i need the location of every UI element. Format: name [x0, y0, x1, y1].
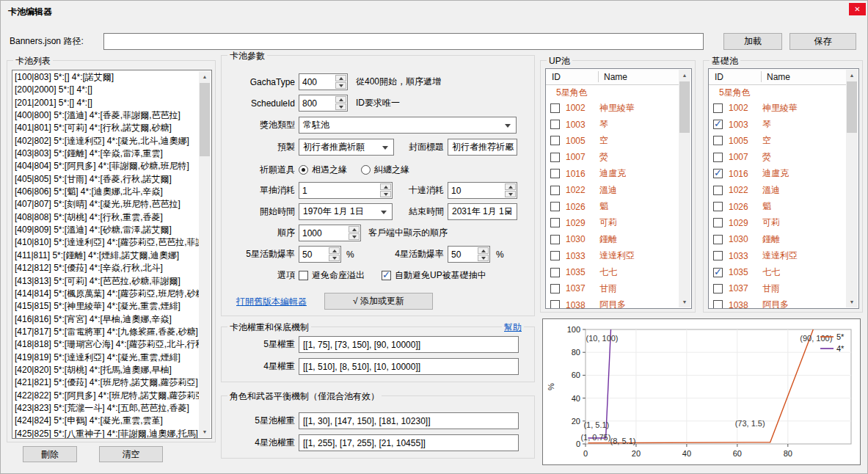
table-row[interactable]: 1026魈: [546, 198, 679, 214]
table-row[interactable]: 1035七七: [546, 264, 679, 280]
table-row[interactable]: 1005空: [546, 133, 679, 149]
scroll-up-icon[interactable]: ▲: [199, 71, 211, 82]
list-item[interactable]: [412|812] 5*:[優菈] 4*:[辛焱,行秋,北斗]: [12, 262, 199, 274]
list-item[interactable]: [403|803] 5*:[鍾離] 4*:[辛焱,雷澤,重雲]: [12, 147, 199, 160]
list-item[interactable]: [411|811] 5*:[鍾離] 4*:[煙緋,諾艾爾,迪奧娜]: [12, 249, 199, 262]
row-checkbox[interactable]: [713, 120, 723, 129]
scroll-thumb[interactable]: [847, 81, 857, 133]
row-checkbox[interactable]: [713, 300, 723, 308]
row-checkbox[interactable]: [713, 268, 723, 277]
scroll-down-icon[interactable]: ▼: [199, 426, 211, 437]
row-checkbox[interactable]: [550, 251, 560, 260]
row-checkbox[interactable]: [550, 153, 560, 162]
cover-title-combobox[interactable]: 初行者推荐祈愿: [448, 139, 517, 156]
list-item[interactable]: [417|817] 5*:[雷電將軍] 4*:[九條裟羅,香菱,砂糖]: [12, 326, 199, 338]
base-pool-table[interactable]: IDName5星角色1002神里綾華1003琴1005空1007熒1016迪盧克…: [708, 68, 859, 309]
column-header-id[interactable]: ID: [715, 72, 723, 82]
list-item[interactable]: [419|819] 5*:[達達利亞] 4*:[凝光,重雲,煙緋]: [12, 351, 199, 364]
table-row[interactable]: 1037甘雨: [709, 280, 846, 296]
save-button[interactable]: 保存: [789, 33, 856, 50]
row-checkbox[interactable]: [713, 136, 723, 145]
row-checkbox[interactable]: [550, 103, 560, 113]
scroll-up-icon[interactable]: ▲: [846, 70, 858, 81]
row-checkbox[interactable]: [550, 235, 560, 244]
list-item[interactable]: [405|805] 5*:[甘雨] 4*:[香菱,行秋,諾艾爾]: [12, 173, 199, 186]
list-item[interactable]: [416|816] 5*:[宵宮] 4*:[早柚,迪奧娜,辛焱]: [12, 313, 199, 326]
rate5-spinner[interactable]: 50: [299, 246, 341, 263]
row-checkbox[interactable]: [713, 284, 723, 293]
table-row[interactable]: 1038阿貝多: [546, 297, 679, 308]
table-row[interactable]: 1022溫迪: [546, 182, 679, 198]
column-header-id[interactable]: ID: [552, 72, 561, 82]
row-checkbox[interactable]: [550, 218, 560, 227]
spinner-arrows-icon[interactable]: [505, 183, 517, 198]
list-item[interactable]: [415|815] 5*:[神里綾華] 4*:[凝光,重雲,煙緋]: [12, 300, 199, 313]
delete-button[interactable]: 刪除: [23, 446, 77, 462]
row-checkbox[interactable]: [550, 169, 560, 178]
table-row[interactable]: 1003琴: [546, 116, 679, 132]
pool-list-scrollbar[interactable]: ▲ ▼: [199, 71, 211, 437]
table-row[interactable]: 1002神里綾華: [546, 100, 679, 116]
row-checkbox[interactable]: [550, 136, 560, 145]
table-row[interactable]: 1002神里綾華: [709, 100, 846, 116]
row-checkbox[interactable]: [713, 153, 723, 162]
table-row[interactable]: 1030鍾離: [709, 231, 846, 247]
pooltype-combobox[interactable]: 常駐池: [299, 117, 517, 134]
list-item[interactable]: [407|807] 5*:[刻晴] 4*:[凝光,班尼特,芭芭拉]: [12, 198, 199, 211]
table-row[interactable]: 1037甘雨: [546, 280, 679, 296]
table-row[interactable]: 1033達達利亞: [709, 248, 846, 264]
table-row[interactable]: 1035七七: [709, 264, 846, 280]
end-time-picker[interactable]: 2031年 1月 1日: [448, 203, 517, 220]
scheduleid-spinner[interactable]: 800: [299, 95, 348, 112]
base-pool-scrollbar[interactable]: ▲ ▼: [846, 70, 858, 307]
row-checkbox[interactable]: [713, 169, 723, 178]
spinner-arrows-icon[interactable]: [329, 247, 340, 262]
load-button[interactable]: 加載: [723, 33, 782, 50]
radio-intertwined-fate[interactable]: 糾纏之緣: [361, 164, 409, 175]
scroll-down-icon[interactable]: ▼: [846, 296, 858, 307]
list-item[interactable]: [402|802] 5*:[達達利亞] 4*:[凝光,北斗,迪奧娜]: [12, 135, 199, 147]
table-row[interactable]: 1026魈: [709, 198, 846, 214]
table-row[interactable]: 1007熒: [546, 149, 679, 165]
table-row[interactable]: 1003琴: [709, 116, 846, 132]
path-input[interactable]: [103, 33, 704, 50]
row-checkbox[interactable]: [550, 284, 560, 293]
column-header-name[interactable]: Name: [604, 72, 627, 82]
row-checkbox[interactable]: [550, 202, 560, 211]
weight5-input[interactable]: [[1, 75], [73, 150], [90, 10000]]: [299, 336, 519, 353]
weight4-input[interactable]: [[1, 510], [8, 510], [10, 10000]]: [299, 358, 519, 375]
add-or-update-button[interactable]: √ 添加或更新: [324, 293, 433, 310]
up-pool-table[interactable]: IDName5星角色1002神里綾華1003琴1005空1007熒1016迪盧克…: [545, 68, 692, 309]
list-item[interactable]: [425|825] 5*:[八重神子] 4*:[菲謝爾,迪奧娜,托馬]: [12, 428, 199, 438]
list-item[interactable]: [410|810] 5*:[達達利亞] 4*:[蘿莎莉亞,芭芭拉,菲謝爾]: [12, 236, 199, 249]
row-checkbox[interactable]: [713, 186, 723, 195]
gachatype-spinner[interactable]: 400: [299, 73, 348, 90]
list-item[interactable]: [200|2000] 5*:[] 4*:[]: [12, 84, 199, 96]
table-row[interactable]: 1007熒: [709, 149, 846, 165]
table-row[interactable]: 1022溫迪: [709, 182, 846, 198]
help-link[interactable]: 幫助: [502, 321, 524, 334]
scroll-down-icon[interactable]: ▼: [679, 296, 690, 307]
list-item[interactable]: [408|808] 5*:[胡桃] 4*:[行秋,重雲,香菱]: [12, 211, 199, 224]
order-spinner[interactable]: 1000: [299, 225, 361, 241]
spinner-arrows-icon[interactable]: [349, 225, 360, 241]
row-checkbox[interactable]: [550, 268, 560, 277]
table-row[interactable]: 1016迪盧克: [709, 166, 846, 182]
list-item[interactable]: [420|820] 5*:[胡桃] 4*:[托馬,迪奧娜,早柚]: [12, 364, 199, 376]
spinner-arrows-icon[interactable]: [335, 74, 347, 90]
scroll-thumb[interactable]: [200, 83, 210, 156]
row-checkbox[interactable]: [713, 235, 723, 244]
list-item[interactable]: [421|821] 5*:[優菈] 4*:[班尼特,諾艾爾,蘿莎莉亞]: [12, 376, 199, 389]
list-item[interactable]: [422|822] 5*:[阿貝多] 4*:[班尼特,諾艾爾,蘿莎莉亞]: [12, 390, 199, 402]
rate4-spinner[interactable]: 50: [448, 246, 490, 263]
list-item[interactable]: [423|823] 5*:[荒瀧一斗] 4*:[五郎,芭芭拉,香菱]: [12, 402, 199, 415]
scroll-up-icon[interactable]: ▲: [679, 70, 690, 81]
spinner-arrows-icon[interactable]: [478, 247, 489, 262]
list-item[interactable]: [406|806] 5*:[魈] 4*:[迪奧娜,北斗,辛焱]: [12, 186, 199, 198]
list-item[interactable]: [414|814] 5*:[楓原萬葉] 4*:[蘿莎莉亞,班尼特,砂糖]: [12, 288, 199, 300]
pool-weight4-input[interactable]: [[1, 255], [17, 255], [21, 10455]]: [299, 434, 519, 451]
list-item[interactable]: [201|2001] 5*:[] 4*:[]: [12, 97, 199, 109]
table-row[interactable]: 1005空: [709, 133, 846, 149]
list-item[interactable]: [401|801] 5*:[可莉] 4*:[行秋,諾艾爾,砂糖]: [12, 122, 199, 134]
table-row[interactable]: 1030鍾離: [546, 231, 679, 247]
